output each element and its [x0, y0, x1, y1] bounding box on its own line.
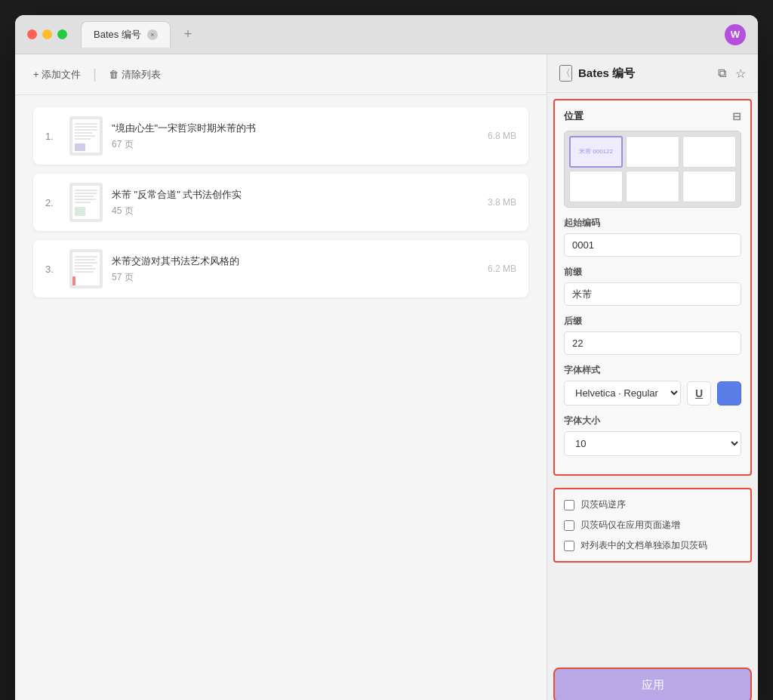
- clear-list-button[interactable]: 🗑 清除列表: [109, 68, 161, 82]
- font-size-field: 字体大小 8 9 10 11 12 14 16 18: [564, 415, 741, 456]
- app-window: Bates 编号 × + W + 添加文件 | 🗑 清除列表 1.: [15, 15, 758, 700]
- file-size: 6.2 MB: [488, 264, 516, 274]
- file-pages: 57 页: [112, 271, 479, 284]
- file-thumbnail: [69, 249, 103, 288]
- font-size-label: 字体大小: [564, 415, 741, 427]
- apply-section: 应用: [547, 655, 758, 700]
- panel-header: 〈 Bates 编号 ⧉ ☆: [547, 54, 758, 93]
- file-pages: 45 页: [112, 205, 479, 217]
- start-code-field: 起始编码: [564, 217, 741, 257]
- file-thumbnail: [69, 183, 103, 222]
- position-cell-label: 米芾 000122: [579, 148, 613, 156]
- start-code-label: 起始编码: [564, 217, 741, 230]
- new-tab-button[interactable]: +: [178, 23, 199, 45]
- position-section: 位置 ⊟ 米芾 000122: [553, 99, 752, 476]
- position-cell-top-left[interactable]: 米芾 000122: [569, 136, 623, 168]
- font-style-row: Helvetica · Regular U: [564, 381, 741, 406]
- checkbox-section: 贝茨码逆序 贝茨码仅在应用页面递增 对列表中的文档单独添加贝茨码: [553, 488, 752, 563]
- file-number: 3.: [45, 264, 60, 275]
- traffic-lights: [27, 29, 67, 39]
- main-content: + 添加文件 | 🗑 清除列表 1.: [15, 54, 758, 700]
- left-panel: + 添加文件 | 🗑 清除列表 1.: [15, 54, 547, 700]
- reverse-label[interactable]: 贝茨码逆序: [581, 498, 626, 511]
- file-size: 3.8 MB: [488, 197, 516, 208]
- svg-rect-8: [75, 143, 85, 151]
- font-style-label: 字体样式: [564, 364, 741, 377]
- file-name: "境由心生"一宋哲宗时期米芾的书: [112, 122, 479, 135]
- file-thumbnail: [69, 116, 103, 156]
- clear-list-label: 清除列表: [122, 68, 161, 82]
- list-item[interactable]: 2. 米芾 "反常: [33, 174, 528, 231]
- file-number: 2.: [45, 197, 60, 208]
- copy-panel-button[interactable]: ⧉: [718, 66, 726, 81]
- suffix-field: 后缀: [564, 315, 741, 355]
- font-select[interactable]: Helvetica · Regular: [564, 381, 681, 406]
- svg-rect-25: [72, 276, 75, 285]
- position-section-inner: 位置 ⊟ 米芾 000122: [555, 100, 750, 474]
- file-name: 米芾 "反常合道" 式书法创作实: [112, 188, 479, 202]
- file-info: 米芾 "反常合道" 式书法创作实 45 页: [112, 188, 479, 217]
- suffix-label: 后缀: [564, 315, 741, 328]
- checkbox-individual: 对列表中的文档单独添加贝茨码: [564, 539, 741, 552]
- tab-close-btn[interactable]: ×: [147, 29, 158, 40]
- file-info: 米芾交游对其书法艺术风格的 57 页: [112, 254, 479, 284]
- main-tab[interactable]: Bates 编号 ×: [81, 21, 171, 48]
- titlebar: Bates 编号 × + W: [15, 15, 758, 54]
- file-size: 6.8 MB: [488, 131, 516, 141]
- reverse-checkbox[interactable]: [564, 500, 574, 510]
- back-button[interactable]: 〈: [559, 65, 572, 82]
- position-cell-bot-right[interactable]: [682, 171, 736, 202]
- apply-button[interactable]: 应用: [553, 668, 752, 700]
- individual-label[interactable]: 对列表中的文档单独添加贝茨码: [581, 539, 707, 552]
- position-cell-bot-left[interactable]: [569, 171, 623, 202]
- prefix-label: 前缀: [564, 266, 741, 279]
- right-panel: 〈 Bates 编号 ⧉ ☆ 位置 ⊟ 米芾 000122: [547, 54, 758, 700]
- trash-icon: 🗑: [109, 69, 119, 80]
- checkbox-per-page: 贝茨码仅在应用页面递增: [564, 519, 741, 532]
- maximize-traffic-light[interactable]: [57, 29, 67, 39]
- star-panel-button[interactable]: ☆: [735, 66, 746, 81]
- svg-rect-16: [75, 207, 85, 216]
- tab-label: Bates 编号: [94, 28, 141, 42]
- prefix-field: 前缀: [564, 266, 741, 306]
- user-avatar[interactable]: W: [725, 24, 746, 45]
- font-color-button[interactable]: [717, 381, 741, 406]
- start-code-input[interactable]: [564, 233, 741, 257]
- panel-title: Bates 编号: [578, 66, 718, 81]
- position-cell-bot-mid[interactable]: [626, 171, 679, 202]
- file-number: 1.: [45, 131, 60, 142]
- per-page-label[interactable]: 贝茨码仅在应用页面递增: [581, 519, 680, 532]
- font-size-select[interactable]: 8 9 10 11 12 14 16 18: [564, 431, 741, 456]
- file-name: 米芾交游对其书法艺术风格的: [112, 254, 479, 268]
- position-cell-top-right[interactable]: [682, 136, 736, 168]
- list-item[interactable]: 1.: [33, 107, 528, 165]
- position-cell-top-mid[interactable]: [626, 136, 679, 168]
- position-grid: 米芾 000122: [564, 131, 741, 208]
- panel-actions: ⧉ ☆: [718, 66, 746, 81]
- individual-checkbox[interactable]: [564, 541, 574, 551]
- file-pages: 67 页: [112, 138, 479, 151]
- per-page-checkbox[interactable]: [564, 520, 574, 531]
- file-list: 1.: [15, 95, 547, 700]
- toolbar: + 添加文件 | 🗑 清除列表: [15, 54, 547, 95]
- close-traffic-light[interactable]: [27, 29, 37, 39]
- prefix-input[interactable]: [564, 282, 741, 306]
- position-section-label: 位置 ⊟: [564, 109, 741, 123]
- filter-icon: ⊟: [732, 110, 741, 122]
- position-label-text: 位置: [564, 109, 584, 123]
- font-style-field: 字体样式 Helvetica · Regular U: [564, 364, 741, 406]
- suffix-input[interactable]: [564, 331, 741, 355]
- add-file-button[interactable]: + 添加文件: [33, 68, 81, 82]
- minimize-traffic-light[interactable]: [42, 29, 52, 39]
- underline-button[interactable]: U: [687, 381, 711, 406]
- list-item[interactable]: 3.: [33, 240, 528, 298]
- checkbox-reverse: 贝茨码逆序: [564, 498, 741, 511]
- underline-icon: U: [695, 387, 703, 399]
- toolbar-separator: |: [93, 66, 97, 82]
- file-info: "境由心生"一宋哲宗时期米芾的书 67 页: [112, 122, 479, 151]
